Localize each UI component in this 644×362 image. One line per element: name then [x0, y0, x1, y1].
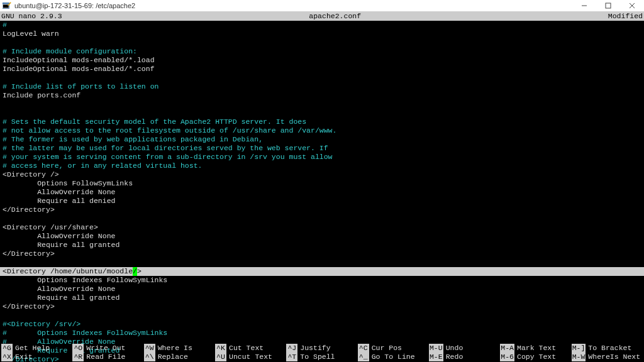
editor-line	[3, 38, 641, 47]
cursor-icon: /	[133, 267, 137, 276]
shortcut-key: ^R	[72, 353, 84, 361]
shortcut-key: ^U	[215, 353, 226, 361]
editor-line: </Directory>	[3, 206, 641, 214]
shortcut-desc: Where Is	[155, 344, 192, 353]
shortcut: ^RRead File	[72, 353, 143, 361]
shortcut-desc: Cut Text	[226, 344, 264, 353]
editor-line: Include ports.conf	[3, 91, 641, 100]
shortcut-key: ^J	[286, 344, 297, 353]
shortcut-key: M-W	[572, 353, 586, 361]
shortcut-desc: Mark Text	[514, 344, 556, 353]
editor-line	[3, 214, 641, 223]
editor-line: # Options Indexes FollowSymLinks	[3, 329, 641, 337]
nano-version: GNU nano 2.9.3	[1, 12, 62, 21]
shortcut-desc: Copy Text	[514, 353, 556, 361]
shortcut-key: M-E	[429, 353, 443, 361]
shortcut: ^GGet Help	[1, 344, 72, 353]
shortcut-desc: Exit	[13, 353, 33, 361]
svg-rect-4	[606, 3, 611, 8]
shortcut: ^XExit	[1, 353, 72, 361]
shortcut-key: ^K	[215, 344, 226, 353]
shortcut-key: ^O	[72, 344, 84, 353]
shortcut-desc: Read File	[84, 353, 125, 361]
shortcut: ^TTo Spell	[286, 353, 357, 361]
shortcut-desc: WhereIs Next	[586, 353, 640, 361]
editor-line: <Directory /home/ubuntu/moodle/>	[0, 267, 644, 276]
shortcut: ^KCut Text	[215, 344, 286, 353]
shortcut-key: ^_	[358, 353, 369, 361]
shortcut-key: M-U	[429, 344, 443, 353]
editor-line: #	[3, 21, 641, 30]
shortcut-key: ^\	[144, 353, 155, 361]
shortcut-desc: Write Out	[84, 344, 125, 353]
shortcut-key: M-6	[500, 353, 514, 361]
nano-status: Modified	[608, 12, 643, 21]
editor-line	[3, 74, 641, 82]
editor-line	[3, 258, 641, 267]
shortcut-desc: To Spell	[297, 353, 335, 361]
nano-header: GNU nano 2.9.3 apache2.conf Modified	[0, 12, 644, 21]
shortcut-desc: Cur Pos	[369, 344, 402, 353]
shortcut: ^JJustify	[286, 344, 357, 353]
shortcut: M-6Copy Text	[500, 353, 571, 361]
editor-line: Require all granted	[3, 241, 641, 250]
shortcut-row-2: ^XExit^RRead File^\Replace^UUncut Text^T…	[1, 353, 643, 361]
editor-line: AllowOverride None	[3, 285, 641, 293]
shortcut-desc: Go To Line	[369, 353, 415, 361]
shortcut-desc: Undo	[443, 344, 464, 353]
shortcut-desc: To Bracket	[586, 344, 631, 353]
shortcut: ^_Go To Line	[358, 353, 429, 361]
shortcut-key: M-]	[572, 344, 586, 353]
editor-line: #<Directory /srv/>	[3, 320, 641, 329]
shortcut-desc: Redo	[443, 353, 464, 361]
editor-line: Options FollowSymLinks	[3, 179, 641, 188]
shortcut: M-UUndo	[429, 344, 500, 353]
maximize-button[interactable]	[596, 0, 620, 12]
shortcut-row-1: ^GGet Help^OWrite Out^WWhere Is^KCut Tex…	[1, 344, 643, 353]
minimize-button[interactable]	[572, 0, 596, 12]
svg-rect-2	[3, 4, 9, 8]
shortcut-key: ^W	[144, 344, 155, 353]
nano-filename: apache2.conf	[62, 12, 608, 21]
editor-line: # access here, or in any related virtual…	[3, 162, 641, 170]
editor-line: # Sets the default security model of the…	[3, 118, 641, 126]
nano-footer: ^GGet Help^OWrite Out^WWhere Is^KCut Tex…	[0, 344, 644, 362]
shortcut: ^CCur Pos	[358, 344, 429, 353]
editor-line: # the latter may be used for local direc…	[3, 144, 641, 153]
shortcut: M-WWhereIs Next	[572, 353, 643, 361]
close-button[interactable]	[620, 0, 644, 12]
putty-icon	[2, 1, 12, 11]
shortcut-key: ^X	[1, 353, 13, 361]
shortcut-key: ^G	[1, 344, 13, 353]
shortcut: M-]To Bracket	[572, 344, 643, 353]
shortcut-desc: Replace	[155, 353, 188, 361]
editor-content[interactable]: #LogLevel warn # Include module configur…	[0, 21, 644, 362]
shortcut: ^UUncut Text	[215, 353, 286, 361]
shortcut: ^OWrite Out	[72, 344, 143, 353]
editor-line: LogLevel warn	[3, 30, 641, 38]
window-title: ubuntu@ip-172-31-15-69: /etc/apache2	[14, 2, 135, 9]
shortcut-desc: Get Help	[13, 344, 50, 353]
shortcut: ^WWhere Is	[144, 344, 215, 353]
editor-line: </Directory>	[3, 250, 641, 258]
editor-line	[3, 100, 641, 109]
editor-line: # not allow access to the root filesyste…	[3, 126, 641, 135]
editor-line: IncludeOptional mods-enabled/*.load	[3, 56, 641, 65]
shortcut-key: M-A	[500, 344, 514, 353]
editor-line: Require all granted	[3, 293, 641, 302]
shortcut: M-AMark Text	[500, 344, 571, 353]
terminal[interactable]: GNU nano 2.9.3 apache2.conf Modified #Lo…	[0, 12, 644, 362]
editor-line	[3, 311, 641, 320]
shortcut: ^\Replace	[144, 353, 215, 361]
editor-line: # The former is used by web applications…	[3, 135, 641, 144]
editor-line: <Directory /usr/share>	[3, 223, 641, 232]
editor-line: # Include module configuration:	[3, 47, 641, 56]
window-titlebar: ubuntu@ip-172-31-15-69: /etc/apache2	[0, 0, 644, 12]
shortcut-key: ^T	[286, 353, 297, 361]
editor-line: # Include list of ports to listen on	[3, 82, 641, 91]
editor-line: Require all denied	[3, 197, 641, 206]
editor-line: # your system is serving content from a …	[3, 153, 641, 162]
shortcut-key: ^C	[358, 344, 369, 353]
editor-line: AllowOverride None	[3, 188, 641, 197]
svg-rect-1	[3, 3, 9, 4]
